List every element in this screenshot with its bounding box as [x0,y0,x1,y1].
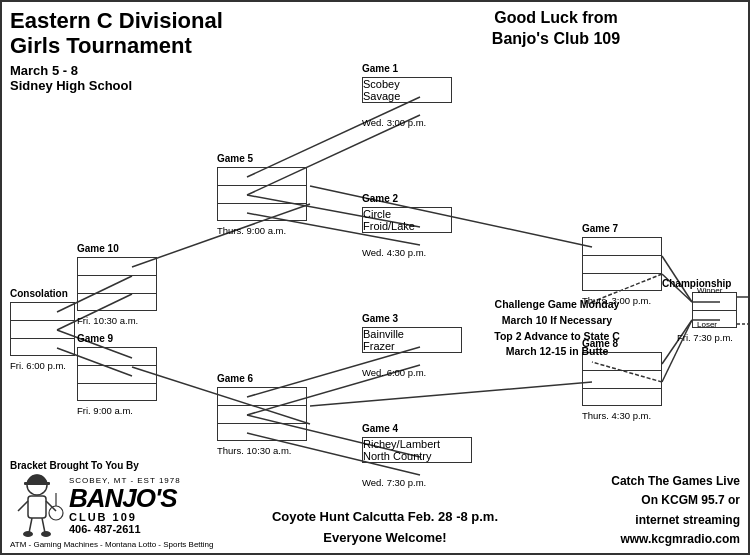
banjo-text: SCOBEY, MT - EST 1978 BANJO'S CLUB 109 4… [69,476,181,535]
header-left: Eastern C Divisional Girls Tournament Ma… [10,8,270,93]
loser-label: Loser [697,320,717,329]
game6-time: Thurs. 10:30 a.m. [217,445,291,456]
game6-label: Game 6 [217,373,253,384]
svg-point-35 [23,531,33,537]
game3-label: Game 3 [362,313,398,324]
game1-team2: Savage [363,90,451,102]
game7-container: Game 7 Thurs. 3:00 p.m. [582,237,662,291]
svg-line-34 [42,518,45,533]
svg-rect-30 [28,496,46,518]
game2-label: Game 2 [362,193,398,204]
banjo-atm: ATM - Gaming Machines - Montana Lotto - … [10,540,230,549]
tournament-title: Eastern C Divisional Girls Tournament [10,8,270,59]
svg-rect-29 [24,482,50,485]
consolation-container: Consolation Fri. 6:00 p.m. [10,302,75,356]
challenge-info: Challenge Game Monday March 10 If Necess… [462,297,652,360]
game3-team2: Frazer [363,340,461,352]
svg-point-37 [49,506,63,520]
svg-line-33 [29,518,32,533]
game4-team1: Richey/Lambert [363,438,471,450]
game10-label: Game 10 [77,243,119,254]
game9-time: Fri. 9:00 a.m. [77,405,133,416]
svg-point-36 [41,531,51,537]
game8-time: Thurs. 4:30 p.m. [582,410,651,421]
game9-container: Game 9 Fri. 9:00 a.m. [77,347,157,401]
game10-container: Game 10 Fri. 10:30 a.m. [77,257,157,311]
coyote-text: Coyote Hunt Calcutta Feb. 28 -8 p.m. Eve… [230,507,540,549]
svg-line-31 [18,501,28,511]
svg-line-0 [247,97,420,177]
game2-time: Wed. 4:30 p.m. [362,247,426,258]
header-right: Good Luck fromBanjo's Club 109 [372,8,740,50]
main-container: Eastern C Divisional Girls Tournament Ma… [2,2,748,553]
consolation-label: Consolation [10,288,68,299]
banjo-name: BANJO'S [69,485,181,511]
game5-container: Game 5 Thurs. 9:00 a.m. [217,167,307,221]
game9-label: Game 9 [77,333,113,344]
game1-team1: Scobey [363,78,451,90]
game5-label: Game 5 [217,153,253,164]
game1-label: Game 1 [362,63,398,74]
game2-team1: Circle [363,208,451,220]
brought-by-text: Bracket Brought To You By [10,460,230,471]
game7-label: Game 7 [582,223,618,234]
game5-time: Thurs. 9:00 a.m. [217,225,286,236]
kcgm-text: Catch The Games Live On KCGM 95.7 or int… [540,472,740,549]
game6-container: Game 6 Thurs. 10:30 a.m. [217,387,307,441]
game3-team1: Bainville [363,328,461,340]
sponsor-block: Bracket Brought To You By [10,460,230,549]
game10-time: Fri. 10:30 a.m. [77,315,138,326]
game8-container: Game 8 Thurs. 4:30 p.m. [582,352,662,406]
game2-team2: Froid/Lake [363,220,451,232]
game3-container: Game 3 Bainville Frazer Wed. 6:00 p.m. [362,327,462,353]
game1-container: Game 1 Scobey Savage Wed. 3:00 p.m. [362,77,452,103]
consolation-time: Fri. 6:00 p.m. [10,360,66,371]
championship-time: Fri. 7:30 p.m. [677,332,733,343]
game1-time: Wed. 3:00 p.m. [362,117,426,128]
game2-container: Game 2 Circle Froid/Lake Wed. 4:30 p.m. [362,207,452,233]
tournament-subtitle: March 5 - 8 Sidney High School [10,63,270,93]
bottom-section: Bracket Brought To You By [10,460,740,549]
banjo-mascot-icon [10,473,65,538]
game4-label: Game 4 [362,423,398,434]
svg-line-10 [310,382,592,406]
banjo-phone: 406- 487-2611 [69,523,181,535]
game3-time: Wed. 6:00 p.m. [362,367,426,378]
winner-label: Winner [697,286,722,295]
svg-line-15 [662,320,692,382]
